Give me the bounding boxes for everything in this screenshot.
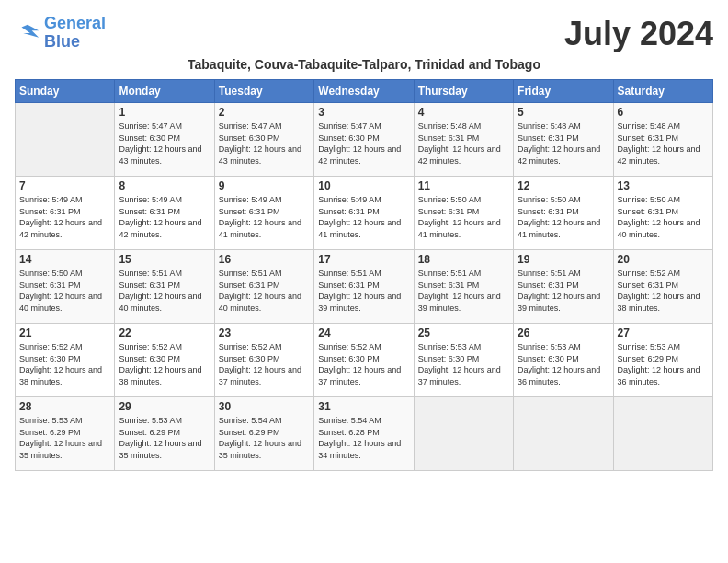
day-info: Sunrise: 5:50 AM Sunset: 6:31 PM Dayligh… bbox=[618, 194, 709, 240]
daylight-text: Daylight: 12 hours and 37 minutes. bbox=[219, 365, 301, 386]
day-info: Sunrise: 5:47 AM Sunset: 6:30 PM Dayligh… bbox=[119, 121, 210, 167]
sunrise-text: Sunrise: 5:52 AM bbox=[318, 342, 381, 351]
sunset-text: Sunset: 6:30 PM bbox=[219, 354, 280, 363]
calendar-day-cell: 27 Sunrise: 5:53 AM Sunset: 6:29 PM Dayl… bbox=[613, 324, 712, 397]
daylight-text: Daylight: 12 hours and 40 minutes. bbox=[19, 292, 102, 313]
day-number: 29 bbox=[119, 400, 210, 413]
sunrise-text: Sunrise: 5:50 AM bbox=[618, 195, 681, 204]
day-number: 21 bbox=[19, 327, 110, 339]
logo-text: General Blue bbox=[44, 15, 106, 52]
daylight-text: Daylight: 12 hours and 42 minutes. bbox=[518, 144, 600, 166]
day-info: Sunrise: 5:51 AM Sunset: 6:31 PM Dayligh… bbox=[318, 268, 409, 314]
day-number: 24 bbox=[318, 327, 409, 339]
sunrise-text: Sunrise: 5:53 AM bbox=[618, 342, 681, 351]
weekday-header: Sunday bbox=[16, 80, 115, 103]
daylight-text: Daylight: 12 hours and 39 minutes. bbox=[518, 292, 600, 313]
daylight-text: Daylight: 12 hours and 42 minutes. bbox=[318, 144, 401, 166]
day-number: 1 bbox=[119, 106, 210, 119]
sunrise-text: Sunrise: 5:48 AM bbox=[518, 121, 581, 131]
daylight-text: Daylight: 12 hours and 37 minutes. bbox=[418, 365, 501, 386]
day-number: 15 bbox=[119, 253, 210, 266]
calendar-day-cell: 13 Sunrise: 5:50 AM Sunset: 6:31 PM Dayl… bbox=[613, 177, 712, 250]
calendar-day-cell: 1 Sunrise: 5:47 AM Sunset: 6:30 PM Dayli… bbox=[115, 103, 214, 177]
daylight-text: Daylight: 12 hours and 41 minutes. bbox=[219, 218, 301, 239]
calendar-day-cell: 4 Sunrise: 5:48 AM Sunset: 6:31 PM Dayli… bbox=[414, 103, 513, 177]
sunrise-text: Sunrise: 5:52 AM bbox=[19, 342, 83, 351]
calendar-day-cell: 3 Sunrise: 5:47 AM Sunset: 6:30 PM Dayli… bbox=[314, 103, 414, 177]
sunrise-text: Sunrise: 5:49 AM bbox=[19, 195, 83, 204]
sunset-text: Sunset: 6:30 PM bbox=[219, 133, 280, 143]
calendar-day-cell bbox=[16, 103, 115, 177]
day-number: 18 bbox=[418, 253, 509, 266]
day-number: 26 bbox=[518, 327, 609, 339]
sunset-text: Sunset: 6:29 PM bbox=[618, 354, 679, 363]
daylight-text: Daylight: 12 hours and 39 minutes. bbox=[418, 292, 501, 313]
sunrise-text: Sunrise: 5:47 AM bbox=[219, 121, 282, 131]
sunset-text: Sunset: 6:31 PM bbox=[418, 133, 480, 143]
daylight-text: Daylight: 12 hours and 35 minutes. bbox=[119, 439, 201, 460]
sunrise-text: Sunrise: 5:50 AM bbox=[518, 195, 581, 204]
sunrise-text: Sunrise: 5:49 AM bbox=[318, 195, 381, 204]
sunrise-text: Sunrise: 5:48 AM bbox=[418, 121, 482, 131]
location-subtitle: Tabaquite, Couva-Tabaquite-Talparo, Trin… bbox=[15, 57, 713, 72]
sunrise-text: Sunrise: 5:52 AM bbox=[219, 342, 282, 351]
svg-marker-0 bbox=[21, 24, 39, 37]
sunset-text: Sunset: 6:31 PM bbox=[618, 281, 679, 290]
sunset-text: Sunset: 6:31 PM bbox=[19, 281, 81, 290]
daylight-text: Daylight: 12 hours and 34 minutes. bbox=[318, 439, 401, 460]
sunrise-text: Sunrise: 5:51 AM bbox=[219, 269, 282, 278]
day-info: Sunrise: 5:49 AM Sunset: 6:31 PM Dayligh… bbox=[19, 194, 110, 240]
day-number: 20 bbox=[618, 253, 709, 266]
daylight-text: Daylight: 12 hours and 42 minutes. bbox=[418, 144, 501, 166]
calendar-day-cell: 5 Sunrise: 5:48 AM Sunset: 6:31 PM Dayli… bbox=[514, 103, 613, 177]
calendar-week-row: 1 Sunrise: 5:47 AM Sunset: 6:30 PM Dayli… bbox=[16, 103, 713, 177]
calendar-day-cell: 6 Sunrise: 5:48 AM Sunset: 6:31 PM Dayli… bbox=[613, 103, 712, 177]
sunset-text: Sunset: 6:30 PM bbox=[318, 133, 380, 143]
day-info: Sunrise: 5:48 AM Sunset: 6:31 PM Dayligh… bbox=[618, 121, 709, 167]
daylight-text: Daylight: 12 hours and 43 minutes. bbox=[219, 144, 301, 166]
sunrise-text: Sunrise: 5:53 AM bbox=[518, 342, 581, 351]
daylight-text: Daylight: 12 hours and 38 minutes. bbox=[119, 365, 201, 386]
daylight-text: Daylight: 12 hours and 43 minutes. bbox=[119, 144, 201, 166]
day-number: 4 bbox=[418, 106, 509, 119]
calendar-day-cell: 31 Sunrise: 5:54 AM Sunset: 6:28 PM Dayl… bbox=[314, 397, 414, 471]
sunrise-text: Sunrise: 5:54 AM bbox=[219, 416, 282, 425]
calendar-day-cell: 21 Sunrise: 5:52 AM Sunset: 6:30 PM Dayl… bbox=[16, 324, 115, 397]
day-info: Sunrise: 5:50 AM Sunset: 6:31 PM Dayligh… bbox=[418, 194, 509, 240]
sunrise-text: Sunrise: 5:49 AM bbox=[219, 195, 282, 204]
day-info: Sunrise: 5:50 AM Sunset: 6:31 PM Dayligh… bbox=[518, 194, 609, 240]
daylight-text: Daylight: 12 hours and 38 minutes. bbox=[19, 365, 102, 386]
day-number: 23 bbox=[219, 327, 310, 339]
calendar-day-cell: 11 Sunrise: 5:50 AM Sunset: 6:31 PM Dayl… bbox=[414, 177, 513, 250]
sunset-text: Sunset: 6:31 PM bbox=[19, 207, 81, 216]
day-info: Sunrise: 5:51 AM Sunset: 6:31 PM Dayligh… bbox=[518, 268, 609, 314]
sunset-text: Sunset: 6:31 PM bbox=[618, 207, 679, 216]
calendar-day-cell: 28 Sunrise: 5:53 AM Sunset: 6:29 PM Dayl… bbox=[16, 397, 115, 471]
calendar-day-cell bbox=[414, 397, 513, 471]
sunset-text: Sunset: 6:30 PM bbox=[418, 354, 480, 363]
calendar-day-cell bbox=[613, 397, 712, 471]
day-info: Sunrise: 5:51 AM Sunset: 6:31 PM Dayligh… bbox=[418, 268, 509, 314]
sunset-text: Sunset: 6:30 PM bbox=[318, 354, 380, 363]
calendar-week-row: 7 Sunrise: 5:49 AM Sunset: 6:31 PM Dayli… bbox=[16, 177, 713, 250]
sunset-text: Sunset: 6:31 PM bbox=[418, 281, 480, 290]
calendar-table: SundayMondayTuesdayWednesdayThursdayFrid… bbox=[15, 79, 713, 471]
calendar-week-row: 21 Sunrise: 5:52 AM Sunset: 6:30 PM Dayl… bbox=[16, 324, 713, 397]
sunset-text: Sunset: 6:31 PM bbox=[318, 207, 380, 216]
calendar-day-cell: 19 Sunrise: 5:51 AM Sunset: 6:31 PM Dayl… bbox=[514, 250, 613, 324]
calendar-day-cell: 14 Sunrise: 5:50 AM Sunset: 6:31 PM Dayl… bbox=[16, 250, 115, 324]
day-info: Sunrise: 5:53 AM Sunset: 6:30 PM Dayligh… bbox=[418, 341, 509, 387]
day-info: Sunrise: 5:48 AM Sunset: 6:31 PM Dayligh… bbox=[418, 121, 509, 167]
sunrise-text: Sunrise: 5:53 AM bbox=[19, 416, 83, 425]
day-info: Sunrise: 5:48 AM Sunset: 6:31 PM Dayligh… bbox=[518, 121, 609, 167]
daylight-text: Daylight: 12 hours and 41 minutes. bbox=[518, 218, 600, 239]
sunset-text: Sunset: 6:30 PM bbox=[518, 354, 579, 363]
sunset-text: Sunset: 6:31 PM bbox=[219, 281, 280, 290]
daylight-text: Daylight: 12 hours and 40 minutes. bbox=[219, 292, 301, 313]
calendar-day-cell: 22 Sunrise: 5:52 AM Sunset: 6:30 PM Dayl… bbox=[115, 324, 214, 397]
calendar-day-cell: 8 Sunrise: 5:49 AM Sunset: 6:31 PM Dayli… bbox=[115, 177, 214, 250]
daylight-text: Daylight: 12 hours and 42 minutes. bbox=[119, 218, 201, 239]
sunrise-text: Sunrise: 5:52 AM bbox=[119, 342, 182, 351]
sunrise-text: Sunrise: 5:47 AM bbox=[318, 121, 381, 131]
calendar-day-cell: 23 Sunrise: 5:52 AM Sunset: 6:30 PM Dayl… bbox=[214, 324, 313, 397]
